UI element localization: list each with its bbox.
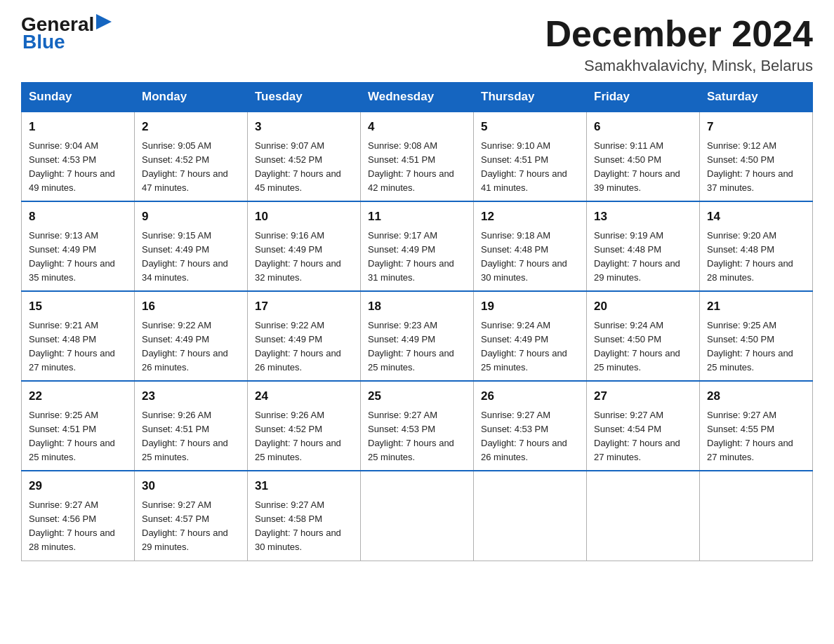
day-number: 19 <box>481 297 579 316</box>
table-row: 27 Sunrise: 9:27 AM Sunset: 4:54 PM Dayl… <box>587 381 700 471</box>
day-number: 15 <box>29 297 127 316</box>
day-info: Sunrise: 9:27 AM Sunset: 4:54 PM Dayligh… <box>594 408 692 465</box>
day-info: Sunrise: 9:25 AM Sunset: 4:50 PM Dayligh… <box>707 318 805 375</box>
day-info: Sunrise: 9:08 AM Sunset: 4:51 PM Dayligh… <box>368 139 466 196</box>
table-row <box>587 471 700 561</box>
table-row: 11 Sunrise: 9:17 AM Sunset: 4:49 PM Dayl… <box>361 201 474 291</box>
table-row: 19 Sunrise: 9:24 AM Sunset: 4:49 PM Dayl… <box>474 291 587 381</box>
day-info: Sunrise: 9:13 AM Sunset: 4:49 PM Dayligh… <box>29 229 127 286</box>
day-number: 17 <box>255 297 353 316</box>
day-info: Sunrise: 9:22 AM Sunset: 4:49 PM Dayligh… <box>142 318 240 375</box>
day-number: 22 <box>29 387 127 405</box>
table-row: 26 Sunrise: 9:27 AM Sunset: 4:53 PM Dayl… <box>474 381 587 471</box>
day-info: Sunrise: 9:27 AM Sunset: 4:56 PM Dayligh… <box>29 498 127 555</box>
table-row: 6 Sunrise: 9:11 AM Sunset: 4:50 PM Dayli… <box>587 112 700 201</box>
day-number: 25 <box>368 387 466 405</box>
table-row: 21 Sunrise: 9:25 AM Sunset: 4:50 PM Dayl… <box>700 291 813 381</box>
day-number: 14 <box>707 208 805 226</box>
header-monday: Monday <box>135 83 248 112</box>
table-row: 24 Sunrise: 9:26 AM Sunset: 4:52 PM Dayl… <box>248 381 361 471</box>
day-number: 4 <box>368 118 466 136</box>
table-row: 14 Sunrise: 9:20 AM Sunset: 4:48 PM Dayl… <box>700 201 813 291</box>
table-row: 1 Sunrise: 9:04 AM Sunset: 4:53 PM Dayli… <box>22 112 135 201</box>
table-row: 10 Sunrise: 9:16 AM Sunset: 4:49 PM Dayl… <box>248 201 361 291</box>
day-info: Sunrise: 9:23 AM Sunset: 4:49 PM Dayligh… <box>368 318 466 375</box>
day-info: Sunrise: 9:19 AM Sunset: 4:48 PM Dayligh… <box>594 229 692 286</box>
day-info: Sunrise: 9:05 AM Sunset: 4:52 PM Dayligh… <box>142 139 240 196</box>
table-row: 18 Sunrise: 9:23 AM Sunset: 4:49 PM Dayl… <box>361 291 474 381</box>
table-row: 25 Sunrise: 9:27 AM Sunset: 4:53 PM Dayl… <box>361 381 474 471</box>
table-row <box>474 471 587 561</box>
day-number: 6 <box>594 118 692 136</box>
table-row: 5 Sunrise: 9:10 AM Sunset: 4:51 PM Dayli… <box>474 112 587 201</box>
day-number: 20 <box>594 297 692 316</box>
table-row: 12 Sunrise: 9:18 AM Sunset: 4:48 PM Dayl… <box>474 201 587 291</box>
day-info: Sunrise: 9:27 AM Sunset: 4:53 PM Dayligh… <box>368 408 466 465</box>
day-number: 9 <box>142 208 240 226</box>
header-tuesday: Tuesday <box>248 83 361 112</box>
header-wednesday: Wednesday <box>361 83 474 112</box>
day-number: 1 <box>29 118 127 136</box>
table-row: 3 Sunrise: 9:07 AM Sunset: 4:52 PM Dayli… <box>248 112 361 201</box>
title-section: December 2024 Samakhvalavichy, Minsk, Be… <box>545 14 813 75</box>
day-info: Sunrise: 9:20 AM Sunset: 4:48 PM Dayligh… <box>707 229 805 286</box>
table-row: 22 Sunrise: 9:25 AM Sunset: 4:51 PM Dayl… <box>22 381 135 471</box>
day-info: Sunrise: 9:25 AM Sunset: 4:51 PM Dayligh… <box>29 408 127 465</box>
day-number: 30 <box>142 477 240 495</box>
table-row <box>361 471 474 561</box>
header-friday: Friday <box>587 83 700 112</box>
table-row: 23 Sunrise: 9:26 AM Sunset: 4:51 PM Dayl… <box>135 381 248 471</box>
day-info: Sunrise: 9:04 AM Sunset: 4:53 PM Dayligh… <box>29 139 127 196</box>
calendar-week-row: 22 Sunrise: 9:25 AM Sunset: 4:51 PM Dayl… <box>22 381 813 471</box>
header-sunday: Sunday <box>22 83 135 112</box>
day-number: 29 <box>29 477 127 495</box>
day-number: 27 <box>594 387 692 405</box>
day-number: 21 <box>707 297 805 316</box>
day-info: Sunrise: 9:12 AM Sunset: 4:50 PM Dayligh… <box>707 139 805 196</box>
day-number: 23 <box>142 387 240 405</box>
day-number: 31 <box>255 477 353 495</box>
table-row: 8 Sunrise: 9:13 AM Sunset: 4:49 PM Dayli… <box>22 201 135 291</box>
table-row: 31 Sunrise: 9:27 AM Sunset: 4:58 PM Dayl… <box>248 471 361 561</box>
table-row: 4 Sunrise: 9:08 AM Sunset: 4:51 PM Dayli… <box>361 112 474 201</box>
day-number: 5 <box>481 118 579 136</box>
calendar-week-row: 1 Sunrise: 9:04 AM Sunset: 4:53 PM Dayli… <box>22 112 813 201</box>
table-row: 28 Sunrise: 9:27 AM Sunset: 4:55 PM Dayl… <box>700 381 813 471</box>
day-info: Sunrise: 9:27 AM Sunset: 4:55 PM Dayligh… <box>707 408 805 465</box>
logo: General Blue <box>21 14 112 53</box>
day-info: Sunrise: 9:15 AM Sunset: 4:49 PM Dayligh… <box>142 229 240 286</box>
page-header: General Blue December 2024 Samakhvalavic… <box>21 14 813 75</box>
day-number: 8 <box>29 208 127 226</box>
table-row: 17 Sunrise: 9:22 AM Sunset: 4:49 PM Dayl… <box>248 291 361 381</box>
calendar-week-row: 29 Sunrise: 9:27 AM Sunset: 4:56 PM Dayl… <box>22 471 813 561</box>
day-number: 10 <box>255 208 353 226</box>
day-info: Sunrise: 9:27 AM Sunset: 4:57 PM Dayligh… <box>142 498 240 555</box>
table-row: 20 Sunrise: 9:24 AM Sunset: 4:50 PM Dayl… <box>587 291 700 381</box>
table-row: 30 Sunrise: 9:27 AM Sunset: 4:57 PM Dayl… <box>135 471 248 561</box>
day-info: Sunrise: 9:24 AM Sunset: 4:49 PM Dayligh… <box>481 318 579 375</box>
table-row: 2 Sunrise: 9:05 AM Sunset: 4:52 PM Dayli… <box>135 112 248 201</box>
calendar-table: Sunday Monday Tuesday Wednesday Thursday… <box>21 82 813 561</box>
day-number: 2 <box>142 118 240 136</box>
day-info: Sunrise: 9:18 AM Sunset: 4:48 PM Dayligh… <box>481 229 579 286</box>
logo-blue-text: Blue <box>22 32 65 53</box>
day-number: 11 <box>368 208 466 226</box>
table-row <box>700 471 813 561</box>
day-number: 12 <box>481 208 579 226</box>
day-info: Sunrise: 9:27 AM Sunset: 4:53 PM Dayligh… <box>481 408 579 465</box>
day-number: 7 <box>707 118 805 136</box>
day-number: 18 <box>368 297 466 316</box>
day-info: Sunrise: 9:11 AM Sunset: 4:50 PM Dayligh… <box>594 139 692 196</box>
day-number: 26 <box>481 387 579 405</box>
location-title: Samakhvalavichy, Minsk, Belarus <box>545 57 813 75</box>
logo-arrow-icon <box>96 14 112 29</box>
day-info: Sunrise: 9:16 AM Sunset: 4:49 PM Dayligh… <box>255 229 353 286</box>
table-row: 9 Sunrise: 9:15 AM Sunset: 4:49 PM Dayli… <box>135 201 248 291</box>
table-row: 15 Sunrise: 9:21 AM Sunset: 4:48 PM Dayl… <box>22 291 135 381</box>
table-row: 16 Sunrise: 9:22 AM Sunset: 4:49 PM Dayl… <box>135 291 248 381</box>
day-number: 24 <box>255 387 353 405</box>
day-info: Sunrise: 9:24 AM Sunset: 4:50 PM Dayligh… <box>594 318 692 375</box>
day-info: Sunrise: 9:22 AM Sunset: 4:49 PM Dayligh… <box>255 318 353 375</box>
month-title: December 2024 <box>545 14 813 54</box>
day-info: Sunrise: 9:26 AM Sunset: 4:51 PM Dayligh… <box>142 408 240 465</box>
